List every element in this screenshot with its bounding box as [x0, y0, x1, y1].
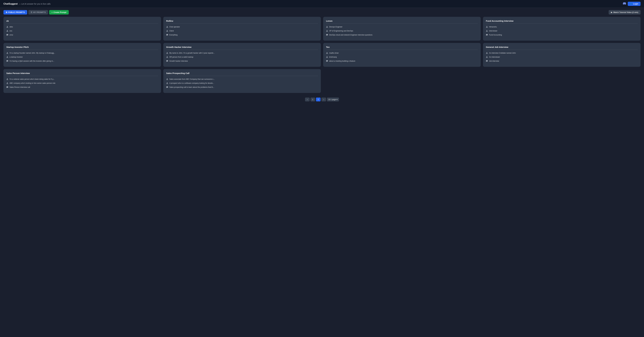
chat-icon: [166, 86, 168, 89]
card-row-0-2: znnz: [6, 34, 158, 36]
card-row-7-2: Job interview: [486, 60, 638, 62]
chat-icon: [6, 34, 8, 36]
person-icon: [486, 56, 488, 58]
toolbar: ⊞ PUBLIC PROMPTS ☰ MY PROMPTS + Create P…: [0, 8, 644, 17]
person-icon: [486, 30, 488, 32]
card-title-2: Lenon: [326, 20, 478, 24]
card-row-1-0: Chat operator: [166, 26, 318, 28]
person-icon: [166, 78, 168, 81]
card-4[interactable]: Startup Investor PitchI'm a startup foun…: [4, 43, 161, 67]
person-icon: [6, 78, 8, 81]
card-row-text-5-2: Growth hacker interview: [169, 60, 188, 62]
card-row-1-1: Client: [166, 30, 318, 32]
card-row-4-1: a startup investor: [6, 56, 158, 58]
card-title-1: Rollinz: [166, 20, 318, 24]
page-button-1[interactable]: 1: [310, 97, 315, 101]
card-row-text-7-2: Job interview: [489, 60, 499, 62]
doc-icon: ☰: [30, 11, 32, 13]
person-icon: [6, 56, 8, 58]
watch-label: Watch Tutorial Video (2 min): [613, 11, 638, 13]
card-row-4-2: I'm having a Q&A session with the invest…: [6, 60, 158, 62]
cards-grid: ckskkssnsznnzRollinzChat operatorClientE…: [0, 17, 644, 95]
login-label: Login: [633, 3, 638, 5]
card-row-text-7-0: An interview Cndidate named John: [489, 52, 516, 54]
card-row-text-8-0: I'm a veteran sales person who's been do…: [10, 78, 54, 80]
my-prompts-tab[interactable]: ☰ MY PROMPTS: [28, 10, 48, 14]
card-row-3-2: Fund Accounting: [486, 34, 638, 36]
card-row-0-1: sns: [6, 30, 158, 32]
card-0[interactable]: ckskkssnsznnz: [4, 17, 161, 41]
next-page-button[interactable]: ›: [322, 97, 326, 101]
card-row-text-0-1: sns: [10, 30, 12, 32]
person-icon: [486, 52, 488, 54]
person-icon: [326, 52, 328, 54]
per-page-selector[interactable]: 10 / page ▾: [327, 97, 339, 101]
card-title-9: Sales Prospecting Call: [166, 72, 318, 76]
discord-icon[interactable]: [623, 2, 626, 6]
user-icon: 👤: [630, 3, 632, 5]
card-row-text-3-1: interviewer: [489, 30, 497, 32]
person-icon: [166, 82, 168, 85]
card-6[interactable]: Texmadhu kirankrishnarajabout a meeting …: [323, 43, 481, 67]
person-icon: [6, 52, 8, 54]
card-row-7-1: An interviewer: [486, 56, 638, 58]
chat-icon: [486, 34, 488, 36]
card-title-6: Tex: [326, 46, 478, 50]
header-brand: ChatSuggest — Let AI answer for you in l…: [4, 2, 50, 5]
card-row-text-6-1: krishnaraj: [329, 56, 337, 58]
watch-tutorial-button[interactable]: ▶ Watch Tutorial Video (2 min): [609, 10, 640, 14]
card-row-0-0: skks: [6, 26, 158, 28]
card-row-text-0-2: znnz: [10, 34, 13, 36]
card-8[interactable]: Sales Person InterviewI'm a veteran sale…: [4, 69, 161, 93]
brand-name: ChatSuggest: [4, 2, 18, 5]
chat-icon: [326, 60, 328, 62]
person-icon: [326, 30, 328, 32]
pagination: ‹12›10 / page ▾: [0, 95, 644, 105]
app-header: ChatSuggest — Let AI answer for you in l…: [0, 0, 644, 8]
card-row-text-3-2: Fund Accounting: [489, 34, 502, 36]
card-row-3-1: interviewer: [486, 30, 638, 32]
public-prompts-tab[interactable]: ⊞ PUBLIC PROMPTS: [4, 10, 27, 14]
card-1[interactable]: RollinzChat operatorClientEverything: [163, 17, 321, 41]
person-icon: [166, 52, 168, 54]
toolbar-left: ⊞ PUBLIC PROMPTS ☰ MY PROMPTS + Create P…: [4, 10, 69, 14]
card-row-text-0-0: skks: [10, 26, 13, 28]
person-icon: [166, 30, 168, 32]
card-row-text-8-2: Sales Person interview call: [10, 86, 30, 88]
person-icon: [6, 82, 8, 85]
card-7[interactable]: General Job InterviewAn interview Cndida…: [483, 43, 640, 67]
chat-icon: [6, 86, 8, 89]
card-title-8: Sales Person Interview: [6, 72, 158, 76]
public-prompts-label: PUBLIC PROMPTS: [8, 11, 25, 13]
prev-page-button[interactable]: ‹: [305, 97, 310, 101]
card-row-9-2: Sales prospecting call to learn about th…: [166, 86, 318, 89]
chat-icon: [6, 60, 8, 62]
card-title-3: Fund Accounting Interview: [486, 20, 638, 24]
create-prompt-button[interactable]: + Create Prompt: [49, 10, 68, 14]
card-row-text-4-1: a startup investor: [10, 56, 23, 58]
chat-icon: [166, 60, 168, 62]
card-row-7-0: An interview Cndidate named John: [486, 52, 638, 54]
card-row-text-6-0: madhu kiran: [329, 52, 339, 54]
card-5[interactable]: Growth Hacker InterviewMy name is John. …: [163, 43, 321, 67]
login-button[interactable]: 👤 Login: [628, 2, 640, 6]
person-icon: [326, 56, 328, 58]
card-row-text-2-2: DevOps cloud and network Engineer interv…: [329, 34, 372, 36]
card-row-2-2: DevOps cloud and network Engineer interv…: [326, 34, 478, 36]
chat-icon: [326, 34, 328, 36]
card-2[interactable]: LenonDevops EngineerVP of Engineering an…: [323, 17, 481, 41]
page-button-2[interactable]: 2: [316, 97, 320, 101]
card-row-text-9-1: A prospect who is a software company loo…: [169, 82, 214, 84]
person-icon: [6, 26, 8, 28]
card-row-text-2-0: Devops Engineer: [329, 26, 342, 28]
card-row-6-1: krishnaraj: [326, 56, 478, 58]
card-3[interactable]: Fund Accounting InterviewHimanshuintervi…: [483, 17, 640, 41]
card-9[interactable]: Sales Prospecting CallSales associate fr…: [163, 69, 321, 93]
card-title-5: Growth Hacker Interview: [166, 46, 318, 50]
card-row-8-2: Sales Person interview call: [6, 86, 158, 89]
card-row-2-0: Devops Engineer: [326, 26, 478, 28]
card-row-6-2: about a meeting building a feature: [326, 60, 478, 62]
card-row-5-0: My name is John. I'm a growth hacker wit…: [166, 52, 318, 54]
person-icon: [326, 26, 328, 28]
card-row-text-5-1: HR person from a web3 startup: [169, 56, 193, 58]
